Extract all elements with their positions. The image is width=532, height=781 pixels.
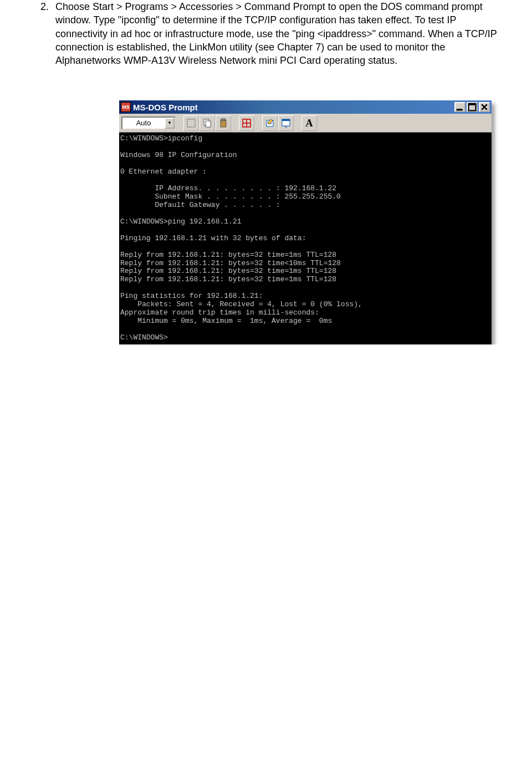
toolbar-group-3 <box>262 115 294 131</box>
svg-rect-11 <box>282 119 290 121</box>
minimize-icon <box>456 103 464 111</box>
svg-text:A: A <box>306 118 313 129</box>
instruction-number: 2. <box>33 0 55 67</box>
maximize-icon <box>468 103 477 111</box>
close-button[interactable] <box>479 102 490 112</box>
combo-value: Auto <box>122 119 165 127</box>
mark-icon <box>186 118 197 129</box>
svg-rect-5 <box>206 121 211 127</box>
background-icon <box>280 118 291 129</box>
copy-button[interactable] <box>200 115 215 131</box>
fullscreen-icon <box>241 118 252 129</box>
maximize-button[interactable] <box>467 102 478 112</box>
toolbar-group-1 <box>183 115 231 131</box>
svg-rect-2 <box>469 104 476 105</box>
dos-window: MS MS-DOS Prompt Auto ▼ <box>119 100 492 344</box>
font-button[interactable]: A <box>301 115 317 131</box>
msdos-icon: MS <box>121 102 131 112</box>
fullscreen-button[interactable] <box>239 115 254 131</box>
instruction-step: 2. Choose Start > Programs > Accessories… <box>33 0 499 67</box>
instruction-text: Choose Start > Programs > Accessories > … <box>55 0 499 67</box>
chevron-down-icon: ▼ <box>165 118 175 129</box>
window-controls <box>454 102 490 112</box>
toolbar: Auto ▼ <box>119 114 492 133</box>
window-title: MS-DOS Prompt <box>133 103 454 112</box>
paste-button[interactable] <box>216 115 231 131</box>
font-size-combo[interactable]: Auto ▼ <box>121 116 176 130</box>
svg-rect-3 <box>187 119 195 127</box>
copy-icon <box>202 118 213 129</box>
toolbar-group-4: A <box>301 115 317 131</box>
titlebar: MS MS-DOS Prompt <box>119 100 492 114</box>
properties-button[interactable] <box>262 115 278 131</box>
svg-rect-7 <box>222 119 225 121</box>
font-a-icon: A <box>304 118 315 129</box>
minimize-button[interactable] <box>454 102 466 112</box>
background-button[interactable] <box>278 115 294 131</box>
close-icon <box>480 103 489 111</box>
toolbar-group-2 <box>239 115 254 131</box>
terminal-output: C:\WINDOWS>ipconfig Windows 98 IP Config… <box>119 133 492 344</box>
properties-icon <box>264 118 275 129</box>
mark-button[interactable] <box>183 115 199 131</box>
svg-rect-0 <box>457 109 463 111</box>
paste-icon <box>218 118 229 129</box>
